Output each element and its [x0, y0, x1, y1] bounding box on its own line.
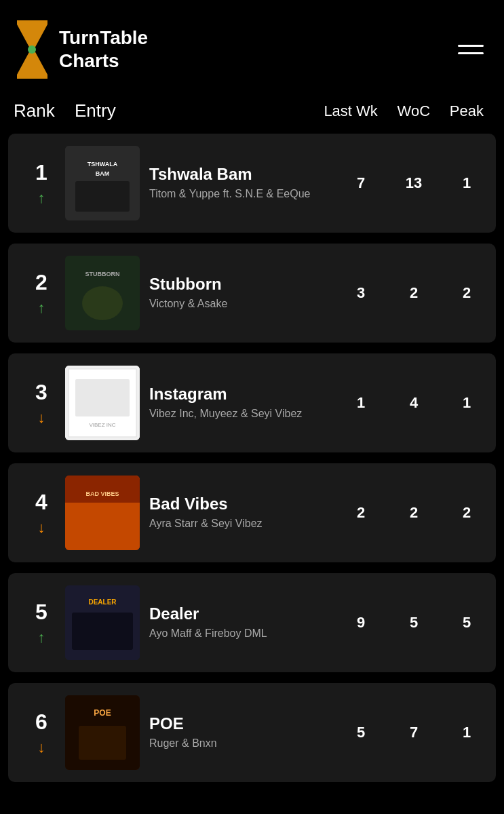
column-headers: Rank Entry Last Wk WoC Peak	[0, 94, 504, 128]
trend-arrow: ↓	[38, 739, 45, 756]
stat-peak: 1	[450, 724, 484, 741]
stat-peak: 2	[450, 284, 484, 302]
rank-number: 3	[35, 380, 47, 405]
stat-last-wk: 1	[344, 394, 378, 412]
svg-text:BAM: BAM	[96, 170, 110, 177]
chart-row[interactable]: 6 ↓ POE POE Ruger & Bnxn 5 7 1	[8, 683, 496, 782]
song-title: Dealer	[149, 604, 344, 624]
song-artist: Ruger & Bnxn	[149, 737, 344, 751]
header: TurnTable Charts	[0, 0, 504, 94]
svg-point-1	[28, 45, 36, 54]
entry-info: POE Ruger & Bnxn	[149, 714, 344, 751]
trend-arrow: ↑	[38, 189, 45, 207]
stats-col: 5 7 1	[344, 724, 484, 741]
chart-row[interactable]: 4 ↓ BAD VIBES Bad Vibes Ayra Starr & Sey…	[8, 463, 496, 562]
hamburger-menu[interactable]	[458, 45, 484, 54]
entry-info: Tshwala Bam Titom & Yuppe ft. S.N.E & Ee…	[149, 165, 344, 201]
stat-peak: 2	[450, 504, 484, 522]
song-title: Tshwala Bam	[149, 165, 344, 185]
song-artist: Ayra Starr & Seyi Vibez	[149, 517, 344, 531]
svg-point-8	[82, 286, 123, 320]
album-art: INSTAGRAM VIBEZ INC	[65, 366, 140, 440]
rank-number: 4	[35, 490, 47, 515]
stats-col: 3 2 2	[344, 284, 484, 302]
stat-woc: 2	[397, 504, 431, 522]
svg-rect-5	[75, 181, 130, 212]
logo-text: TurnTable Charts	[59, 26, 148, 72]
album-art: POE	[65, 695, 140, 770]
song-artist: Titom & Yuppe ft. S.N.E & EeQue	[149, 187, 344, 201]
svg-text:TSHWALA: TSHWALA	[88, 161, 118, 168]
song-artist: Vibez Inc, Muyeez & Seyi Vibez	[149, 407, 344, 421]
svg-rect-22	[79, 726, 126, 760]
stat-woc: 2	[397, 284, 431, 302]
stat-woc: 5	[397, 614, 431, 632]
stat-last-wk: 7	[344, 174, 378, 192]
trend-arrow: ↑	[38, 299, 45, 317]
chart-row[interactable]: 3 ↓ INSTAGRAM VIBEZ INC Instagram Vibez …	[8, 353, 496, 452]
hamburger-line-2	[458, 52, 484, 54]
chart-list: 1 ↑ TSHWALA BAM Tshwala Bam Titom & Yupp…	[0, 134, 504, 782]
stats-col: 9 5 5	[344, 614, 484, 632]
entry-info: Instagram Vibez Inc, Muyeez & Seyi Vibez	[149, 385, 344, 421]
stat-last-wk: 5	[344, 724, 378, 741]
entry-info: Stubborn Victony & Asake	[149, 275, 344, 311]
col-header-entry: Entry	[75, 100, 324, 121]
logo-area: TurnTable Charts	[14, 19, 148, 80]
stat-woc: 7	[397, 724, 431, 741]
song-title: Bad Vibes	[149, 495, 344, 514]
rank-number: 1	[35, 160, 47, 185]
rank-number: 6	[35, 710, 47, 735]
col-header-stats: Last Wk WoC Peak	[324, 102, 484, 120]
album-art: STUBBORN	[65, 256, 140, 330]
trend-arrow: ↓	[38, 519, 45, 537]
song-artist: Ayo Maff & Fireboy DML	[149, 627, 344, 641]
svg-rect-15	[65, 503, 140, 550]
chart-row[interactable]: 2 ↑ STUBBORN Stubborn Victony & Asake 3 …	[8, 244, 496, 343]
stat-peak: 5	[450, 614, 484, 632]
trend-arrow: ↓	[38, 409, 45, 427]
svg-text:POE: POE	[94, 708, 111, 718]
stat-peak: 1	[450, 174, 484, 192]
col-header-peak: Peak	[450, 102, 484, 120]
stats-col: 1 4 1	[344, 394, 484, 412]
stat-last-wk: 9	[344, 614, 378, 632]
chart-row[interactable]: 5 ↑ DEALER Dealer Ayo Maff & Fireboy DML…	[8, 573, 496, 672]
stat-last-wk: 3	[344, 284, 378, 302]
svg-rect-19	[72, 613, 133, 650]
col-header-rank: Rank	[14, 100, 75, 121]
song-title: Stubborn	[149, 275, 344, 294]
album-art: DEALER	[65, 585, 140, 660]
svg-text:DEALER: DEALER	[88, 598, 117, 606]
song-artist: Victony & Asake	[149, 297, 344, 311]
entry-info: Dealer Ayo Maff & Fireboy DML	[149, 604, 344, 641]
stat-woc: 4	[397, 394, 431, 412]
album-art: TSHWALA BAM	[65, 146, 140, 220]
song-title: Instagram	[149, 385, 344, 404]
stats-col: 7 13 1	[344, 174, 484, 192]
chart-row[interactable]: 1 ↑ TSHWALA BAM Tshwala Bam Titom & Yupp…	[8, 134, 496, 233]
song-title: POE	[149, 714, 344, 734]
svg-text:VIBEZ INC: VIBEZ INC	[89, 422, 115, 428]
svg-rect-12	[75, 379, 130, 416]
hamburger-line-1	[458, 45, 484, 47]
stat-last-wk: 2	[344, 504, 378, 522]
col-header-woc: WoC	[397, 102, 431, 120]
rank-col: 1 ↑	[18, 160, 65, 207]
entry-info: Bad Vibes Ayra Starr & Seyi Vibez	[149, 495, 344, 531]
stats-col: 2 2 2	[344, 504, 484, 522]
col-header-lastwk: Last Wk	[324, 102, 377, 120]
rank-number: 2	[35, 270, 47, 295]
trend-arrow: ↑	[38, 629, 45, 646]
rank-col: 3 ↓	[18, 380, 65, 427]
rank-col: 4 ↓	[18, 490, 65, 537]
svg-text:STUBBORN: STUBBORN	[85, 271, 120, 277]
logo-icon	[14, 19, 51, 80]
rank-col: 6 ↓	[18, 710, 65, 756]
album-art: BAD VIBES	[65, 476, 140, 550]
svg-text:BAD VIBES: BAD VIBES	[85, 490, 119, 497]
stat-woc: 13	[397, 174, 431, 192]
rank-col: 5 ↑	[18, 600, 65, 646]
rank-number: 5	[35, 600, 47, 625]
stat-peak: 1	[450, 394, 484, 412]
